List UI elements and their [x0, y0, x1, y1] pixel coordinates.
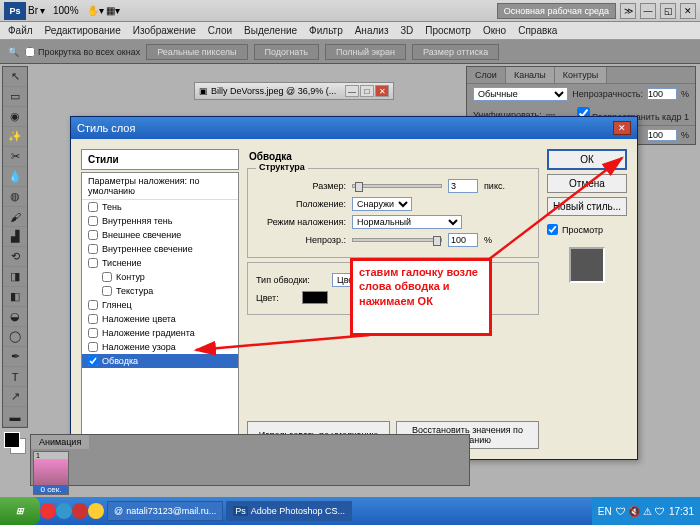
- effect-outer-glow[interactable]: Внешнее свечение: [82, 228, 238, 242]
- effect-gradient-overlay[interactable]: Наложение градиента: [82, 326, 238, 340]
- minimize-icon[interactable]: —: [640, 3, 656, 19]
- stamp-tool[interactable]: ▟: [3, 227, 27, 247]
- type-tool[interactable]: T: [3, 367, 27, 387]
- file-icon: ▣: [199, 86, 208, 96]
- view-icon[interactable]: ▦▾: [106, 5, 120, 16]
- menu-edit[interactable]: Редактирование: [45, 25, 121, 36]
- effect-texture[interactable]: Текстура: [82, 284, 238, 298]
- effect-contour[interactable]: Контур: [82, 270, 238, 284]
- menu-window[interactable]: Окно: [483, 25, 506, 36]
- fg-color[interactable]: [4, 432, 20, 448]
- menu-file[interactable]: Файл: [8, 25, 33, 36]
- effect-bevel[interactable]: Тиснение: [82, 256, 238, 270]
- effect-inner-glow[interactable]: Внутреннее свечение: [82, 242, 238, 256]
- gradient-tool[interactable]: ◧: [3, 287, 27, 307]
- structure-label: Структура: [256, 162, 308, 172]
- start-button[interactable]: ⊞: [0, 497, 40, 525]
- marquee-tool[interactable]: ▭: [3, 87, 27, 107]
- animation-frame[interactable]: 1 0 сек.: [33, 451, 69, 495]
- clock: 17:31: [669, 506, 694, 517]
- print-size-button[interactable]: Размер оттиска: [412, 44, 499, 60]
- opacity-label: Непрозрачность:: [572, 89, 643, 99]
- fit-button[interactable]: Подогнать: [254, 44, 319, 60]
- language-indicator[interactable]: EN: [598, 506, 612, 517]
- close-icon[interactable]: ✕: [680, 3, 696, 19]
- menu-help[interactable]: Справка: [518, 25, 557, 36]
- zoom-level[interactable]: 100%: [53, 5, 79, 16]
- system-tray[interactable]: EN 🛡 🔇 ⚠ 🛡 17:31: [592, 497, 700, 525]
- quick-launch-icon[interactable]: [56, 503, 72, 519]
- effect-color-overlay[interactable]: Наложение цвета: [82, 312, 238, 326]
- menu-layer[interactable]: Слои: [208, 25, 232, 36]
- blend-select[interactable]: Нормальный: [352, 215, 462, 229]
- wand-tool[interactable]: ✨: [3, 127, 27, 147]
- document-window: ▣ Billy DeVorss.jpeg @ 36,9% (... — □ ✕: [194, 82, 394, 100]
- actual-pixels-button[interactable]: Реальные пикселы: [146, 44, 247, 60]
- heal-tool[interactable]: ◍: [3, 187, 27, 207]
- dialog-close-icon[interactable]: ✕: [613, 121, 631, 135]
- hand-icon[interactable]: ✋▾: [87, 5, 104, 16]
- pen-tool[interactable]: ✒: [3, 347, 27, 367]
- ok-button[interactable]: ОК: [547, 149, 627, 170]
- dialog-titlebar[interactable]: Стиль слоя ✕: [71, 117, 637, 139]
- brush-tool[interactable]: 🖌: [3, 207, 27, 227]
- preview-checkbox[interactable]: Просмотр: [547, 224, 627, 235]
- opacity-input[interactable]: [647, 88, 677, 100]
- doc-maximize[interactable]: □: [360, 85, 374, 97]
- preview-thumbnail: [569, 247, 605, 283]
- restore-icon[interactable]: ◱: [660, 3, 676, 19]
- scroll-all-checkbox[interactable]: Прокрутка во всех окнах: [25, 47, 140, 57]
- effect-pattern-overlay[interactable]: Наложение узора: [82, 340, 238, 354]
- tab-layers[interactable]: Слои: [467, 67, 506, 83]
- color-swatch[interactable]: [302, 291, 328, 304]
- quick-launch-icon[interactable]: [40, 503, 56, 519]
- history-tool[interactable]: ⟲: [3, 247, 27, 267]
- blend-mode-select[interactable]: Обычные: [473, 87, 568, 101]
- effect-inner-shadow[interactable]: Внутренняя тень: [82, 214, 238, 228]
- effect-stroke[interactable]: Обводка: [82, 354, 238, 368]
- stroke-opacity-input[interactable]: [448, 233, 478, 247]
- styles-header[interactable]: Стили: [81, 149, 239, 170]
- eraser-tool[interactable]: ◨: [3, 267, 27, 287]
- position-select[interactable]: Снаружи: [352, 197, 412, 211]
- opacity-slider[interactable]: [352, 238, 442, 242]
- collapse-icon[interactable]: ≫: [620, 3, 636, 19]
- animation-panel: Анимация 1 0 сек. Постоянно ◂◂ ◂ ▸ ▸▸: [30, 434, 470, 486]
- new-style-button[interactable]: Новый стиль...: [547, 197, 627, 216]
- move-tool[interactable]: ↖: [3, 67, 27, 87]
- lasso-tool[interactable]: ◉: [3, 107, 27, 127]
- taskbar-item-photoshop[interactable]: PsAdobe Photoshop CS...: [226, 501, 352, 521]
- blending-options-header[interactable]: Параметры наложения: по умолчанию: [82, 173, 238, 200]
- fill-input[interactable]: [647, 129, 677, 141]
- dodge-tool[interactable]: ◯: [3, 327, 27, 347]
- fullscreen-button[interactable]: Полный экран: [325, 44, 406, 60]
- menu-filter[interactable]: Фильтр: [309, 25, 343, 36]
- menu-view[interactable]: Просмотр: [425, 25, 471, 36]
- effect-drop-shadow[interactable]: Тень: [82, 200, 238, 214]
- fill-type-label: Тип обводки:: [256, 275, 326, 285]
- eyedropper-tool[interactable]: 💧: [3, 167, 27, 187]
- doc-close[interactable]: ✕: [375, 85, 389, 97]
- tab-channels[interactable]: Каналы: [506, 67, 555, 83]
- blur-tool[interactable]: ◒: [3, 307, 27, 327]
- shape-tool[interactable]: ▬: [3, 407, 27, 427]
- menu-image[interactable]: Изображение: [133, 25, 196, 36]
- quick-launch-icon[interactable]: [88, 503, 104, 519]
- menu-3d[interactable]: 3D: [400, 25, 413, 36]
- workspace-button[interactable]: Основная рабочая среда: [497, 3, 616, 19]
- size-input[interactable]: [448, 179, 478, 193]
- crop-tool[interactable]: ✂: [3, 147, 27, 167]
- menu-analysis[interactable]: Анализ: [355, 25, 389, 36]
- quick-launch-icon[interactable]: [72, 503, 88, 519]
- tab-paths[interactable]: Контуры: [555, 67, 607, 83]
- size-slider[interactable]: [352, 184, 442, 188]
- taskbar-item-mail[interactable]: @natali73123@mail.ru...: [107, 501, 223, 521]
- effect-satin[interactable]: Глянец: [82, 298, 238, 312]
- doc-minimize[interactable]: —: [345, 85, 359, 97]
- menu-select[interactable]: Выделение: [244, 25, 297, 36]
- animation-tab[interactable]: Анимация: [31, 435, 89, 449]
- main-menu: Файл Редактирование Изображение Слои Выд…: [0, 22, 700, 40]
- opacity-label: Непрозр.:: [256, 235, 346, 245]
- cancel-button[interactable]: Отмена: [547, 174, 627, 193]
- path-tool[interactable]: ↗: [3, 387, 27, 407]
